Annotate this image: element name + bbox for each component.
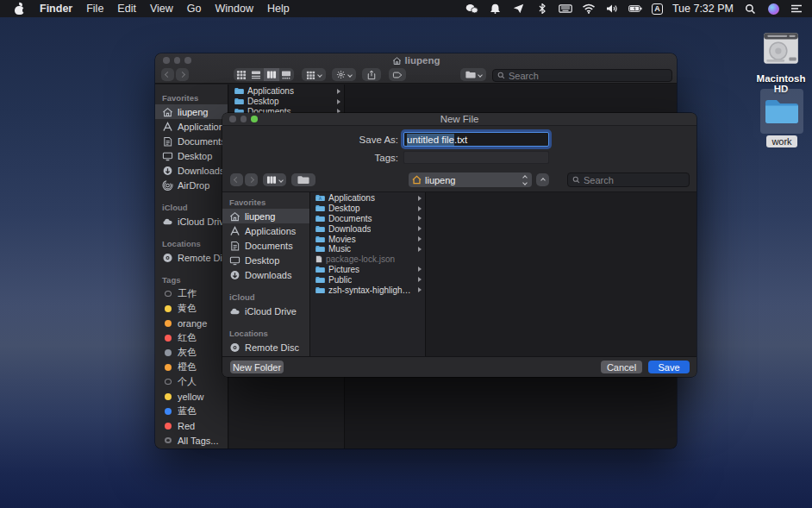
sidebar-item-applications[interactable]: Applications: [155, 119, 228, 134]
notification-bell-icon[interactable]: [489, 2, 503, 16]
input-source-icon[interactable]: A: [652, 3, 663, 15]
sidebar-item-documents[interactable]: Documents: [222, 238, 309, 253]
desktop-icon: [229, 254, 240, 266]
menu-window[interactable]: Window: [215, 3, 253, 15]
applications-icon: [162, 121, 173, 132]
disclosure-arrow-icon: [418, 287, 422, 292]
file-row[interactable]: Desktop: [229, 97, 344, 107]
file-row[interactable]: Movies: [310, 234, 425, 244]
sidebar-item-airdrop[interactable]: AirDrop: [155, 178, 228, 192]
sidebar-item-downloads[interactable]: Downloads: [222, 267, 309, 282]
menu-file[interactable]: File: [86, 3, 103, 15]
sidebar-tag-item[interactable]: 蓝色: [155, 404, 228, 418]
notification-center-icon[interactable]: [790, 2, 803, 16]
tag-dot-icon: [165, 291, 172, 297]
sidebar-item-icloud-drive[interactable]: iCloud Drive: [155, 214, 228, 229]
siri-icon[interactable]: [766, 2, 780, 16]
search-input[interactable]: Search: [492, 69, 672, 82]
list-view-button[interactable]: [249, 68, 265, 81]
sidebar-item-applications[interactable]: Applications: [222, 223, 309, 238]
file-row[interactable]: Documents: [310, 214, 425, 224]
bluetooth-icon[interactable]: [535, 2, 549, 16]
sidebar-tag-item[interactable]: 红色: [155, 330, 228, 345]
sidebar-item-downloads[interactable]: Downloads: [155, 163, 228, 178]
menu-help[interactable]: Help: [267, 3, 290, 15]
desktop-icon: [162, 150, 173, 161]
menu-view[interactable]: View: [150, 3, 173, 15]
dialog-titlebar[interactable]: New File: [222, 113, 696, 126]
column-view-button[interactable]: [264, 68, 279, 81]
menu-edit[interactable]: Edit: [117, 3, 136, 15]
file-row[interactable]: Downloads: [310, 223, 425, 234]
menu-go[interactable]: Go: [187, 3, 202, 15]
battery-icon[interactable]: [628, 2, 642, 16]
sidebar-item-liupeng[interactable]: liupeng: [155, 104, 228, 119]
dialog-button-bar: New Folder Cancel Save: [222, 357, 696, 377]
folder-dropdown-button[interactable]: [460, 68, 486, 81]
folder-icon: [315, 225, 325, 233]
new-folder-button[interactable]: New Folder: [230, 361, 284, 373]
file-row[interactable]: Pictures: [310, 265, 425, 275]
tag-dot-icon: [165, 408, 172, 415]
sidebar-item-remote-disc[interactable]: Remote Disc: [222, 340, 309, 354]
desktop-icon-macintosh-hd[interactable]: Macintosh HD: [756, 31, 806, 94]
airdrop-share-icon[interactable]: [512, 2, 526, 16]
sidebar-item-icloud-drive[interactable]: iCloud Drive: [222, 304, 309, 318]
collapse-expand-button[interactable]: [536, 173, 549, 186]
gallery-view-button[interactable]: [279, 68, 295, 81]
file-row[interactable]: Applications: [310, 193, 425, 204]
menu-app-name[interactable]: Finder: [40, 3, 72, 15]
sidebar-tag-item[interactable]: 橙色: [155, 360, 228, 374]
desktop-icon-work-folder[interactable]: work: [759, 89, 805, 147]
forward-button[interactable]: [176, 68, 189, 81]
sidebar-tag-item[interactable]: 个人: [155, 374, 228, 389]
tag-dot-icon: [165, 364, 172, 371]
cancel-button[interactable]: Cancel: [601, 361, 642, 373]
wechat-icon[interactable]: [465, 2, 479, 16]
file-row[interactable]: Public: [310, 274, 425, 285]
folder-applications-icon: [315, 194, 325, 202]
sidebar-tag-item[interactable]: yellow: [155, 389, 228, 404]
sidebar-item-desktop[interactable]: Desktop: [222, 253, 309, 267]
volume-icon[interactable]: [605, 2, 619, 16]
file-row[interactable]: zsh-syntax-highlighting: [310, 285, 425, 295]
apple-menu-icon[interactable]: [12, 2, 26, 16]
location-dropdown[interactable]: liupeng: [409, 172, 532, 187]
sidebar-item-desktop[interactable]: Desktop: [155, 148, 228, 163]
sidebar-tag-item[interactable]: 工作: [155, 286, 228, 301]
finder-titlebar[interactable]: liupeng: [155, 53, 677, 84]
view-mode-button[interactable]: [263, 173, 286, 186]
action-gear-button[interactable]: [332, 68, 356, 81]
desktop: Finder File Edit View Go Window Help A T…: [0, 0, 812, 508]
dialog-search-input[interactable]: Search: [567, 172, 690, 187]
file-row[interactable]: Desktop: [310, 204, 425, 214]
search-placeholder: Search: [509, 71, 539, 81]
sidebar-tag-item[interactable]: All Tags...: [155, 433, 228, 448]
menu-clock[interactable]: Tue 7:32 PM: [672, 3, 734, 15]
filename-input[interactable]: untitled file.txt: [403, 132, 549, 147]
share-button[interactable]: [362, 68, 381, 81]
sidebar-tag-item[interactable]: 黄色: [155, 301, 228, 316]
sidebar-item-documents[interactable]: Documents: [155, 134, 228, 148]
group-by-button[interactable]: [302, 68, 326, 81]
save-button[interactable]: Save: [648, 361, 690, 373]
sidebar-tag-item[interactable]: orange: [155, 316, 228, 330]
file-row[interactable]: Applications: [229, 86, 344, 97]
sidebar-tag-item[interactable]: 灰色: [155, 345, 228, 360]
wifi-icon[interactable]: [582, 2, 596, 16]
new-folder-icon-button[interactable]: [291, 173, 315, 186]
back-button[interactable]: [161, 68, 174, 81]
sidebar-item-remote-disc[interactable]: Remote Disc: [155, 250, 228, 265]
tag-button[interactable]: [389, 68, 406, 81]
back-button[interactable]: [230, 173, 243, 186]
sidebar-item-liupeng[interactable]: liupeng: [222, 209, 309, 223]
forward-button[interactable]: [245, 173, 258, 186]
spotlight-icon[interactable]: [743, 2, 757, 16]
disc-icon: [162, 252, 173, 263]
folder-label: work: [766, 135, 796, 147]
tags-input[interactable]: [403, 151, 549, 164]
file-row[interactable]: Music: [310, 244, 425, 254]
icon-view-button[interactable]: [234, 68, 249, 81]
keyboard-icon[interactable]: [559, 2, 572, 16]
sidebar-tag-item[interactable]: Red: [155, 418, 228, 433]
